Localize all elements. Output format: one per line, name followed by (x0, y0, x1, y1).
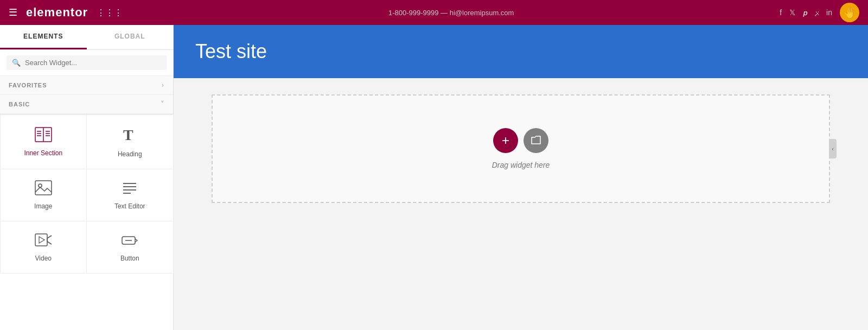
search-wrapper: 🔍 (7, 55, 167, 70)
video-icon (35, 232, 52, 250)
user-avatar[interactable]: 🤚 (840, 3, 859, 22)
sidebar: ELEMENTS GLOBAL 🔍 FAVORITES › BASIC ˅ (0, 25, 174, 330)
inner-section-label: Inner Section (24, 149, 62, 157)
collapse-handle[interactable]: ‹ (829, 139, 837, 158)
topbar-contact: 1-800-999-9999 — hi@loremipsum.com (123, 9, 780, 17)
widget-image[interactable]: Image (0, 169, 87, 221)
main-layout: ELEMENTS GLOBAL 🔍 FAVORITES › BASIC ˅ (0, 25, 868, 330)
add-widget-button[interactable]: + (493, 128, 518, 153)
site-header: Test site (174, 25, 868, 78)
video-label: Video (35, 255, 52, 262)
tab-global[interactable]: GLOBAL (87, 25, 174, 49)
template-button[interactable] (524, 128, 548, 153)
twitter-icon[interactable]: 𝕏 (789, 8, 795, 17)
widget-inner-section[interactable]: Inner Section (0, 115, 87, 169)
widget-video[interactable]: Video (0, 221, 87, 274)
text-editor-label: Text Editor (114, 202, 145, 210)
heading-label: Heading (118, 150, 142, 158)
search-input[interactable] (25, 59, 161, 67)
favorites-chevron: › (162, 81, 164, 89)
basic-label: BASIC (9, 101, 30, 107)
favorites-label: FAVORITES (9, 82, 47, 88)
canvas: Test site ‹ + Drag widget here (174, 25, 868, 330)
grid-icon[interactable]: ⋮⋮⋮ (97, 8, 123, 18)
hamburger-icon[interactable]: ☰ (9, 7, 17, 18)
image-icon (35, 180, 52, 198)
canvas-content: ‹ + Drag widget here (174, 78, 868, 330)
topbar-left: ☰ elementor ⋮⋮⋮ (9, 5, 123, 20)
sidebar-tabs: ELEMENTS GLOBAL (0, 25, 173, 50)
site-title: Test site (195, 40, 267, 62)
widget-heading[interactable]: T Heading (86, 115, 174, 169)
facebook-icon[interactable]: f (780, 8, 782, 17)
topbar: ☰ elementor ⋮⋮⋮ 1-800-999-9999 — hi@lore… (0, 0, 868, 25)
drop-label: Drag widget here (492, 161, 550, 169)
svg-marker-16 (39, 237, 44, 243)
search-icon: 🔍 (12, 59, 21, 67)
elementor-logo: elementor (26, 5, 88, 20)
widget-button[interactable]: Button (86, 221, 174, 274)
category-basic[interactable]: BASIC ˅ (0, 95, 173, 114)
topbar-right: f 𝕏 𝙥 ꭙ in 🤚 (780, 3, 859, 22)
svg-text:T: T (123, 126, 133, 143)
image-label: Image (34, 202, 52, 210)
pinterest-icon[interactable]: 𝙥 (803, 8, 807, 17)
button-label: Button (120, 255, 139, 262)
widget-grid: Inner Section T Heading (0, 114, 173, 273)
basic-chevron: ˅ (161, 100, 164, 108)
drop-zone[interactable]: ‹ + Drag widget here (212, 94, 830, 203)
linkedin-icon[interactable]: in (826, 8, 832, 17)
heading-icon: T (121, 126, 138, 146)
widget-text-editor[interactable]: Text Editor (86, 169, 174, 221)
button-icon (121, 232, 138, 250)
tab-elements[interactable]: ELEMENTS (0, 25, 87, 49)
svg-rect-9 (35, 181, 52, 195)
search-box: 🔍 (0, 50, 173, 76)
yelp-icon[interactable]: ꭙ (815, 8, 819, 17)
text-editor-icon (121, 180, 138, 198)
drop-actions: + (493, 128, 548, 153)
svg-rect-15 (35, 234, 47, 246)
category-favorites[interactable]: FAVORITES › (0, 76, 173, 95)
inner-section-icon (35, 127, 52, 145)
